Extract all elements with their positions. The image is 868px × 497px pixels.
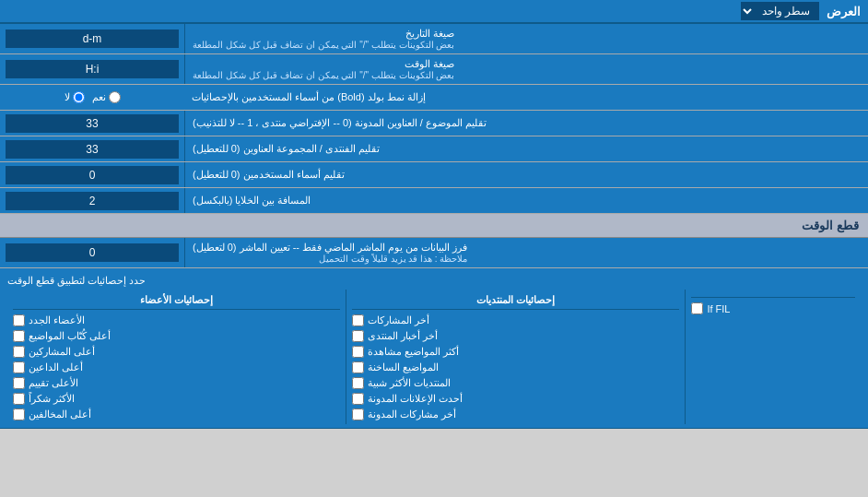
col2-item-5: أحدث الإعلانات المدونة — [352, 391, 679, 407]
username-order-input[interactable] — [6, 166, 179, 184]
col2-checkbox-2[interactable] — [352, 346, 364, 358]
forum-order-input[interactable] — [6, 140, 179, 159]
date-format-input[interactable] — [6, 30, 179, 48]
radio-no[interactable] — [73, 91, 85, 103]
col2-checkbox-1[interactable] — [352, 330, 364, 342]
col1-checkbox-4[interactable] — [13, 377, 25, 389]
col2-item-2: أكثر المواضيع مشاهدة — [352, 344, 679, 360]
col2-item-4: المنتديات الأكثر شبية — [352, 375, 679, 391]
col2-checkbox-4[interactable] — [352, 377, 364, 389]
col1-item-5: الأكثر شكراً — [13, 391, 340, 407]
username-order-row: تقليم أسماء المستخدمين (0 للتعطيل) — [0, 162, 868, 188]
checkbox-ifFIL: If FIL — [691, 301, 855, 316]
col2-checkbox-5[interactable] — [352, 393, 364, 405]
col1-item-1: أعلى كُتّاب المواضيع — [13, 328, 340, 344]
col2-checkbox-6[interactable] — [352, 408, 364, 420]
cutoff-label: فرز البيانات من يوم الماشر الماضي فقط --… — [184, 238, 868, 267]
date-format-input-container — [0, 24, 184, 53]
subject-order-label: تقليم الموضوع / العناوين المدونة (0 -- ا… — [184, 111, 868, 136]
radio-no-label[interactable]: لا — [65, 91, 85, 103]
stats-label: حدد إحصائيات لتطبيق قطع الوقت — [7, 272, 861, 290]
stats-grid: If FIL إحصائيات المنتديات أخر المشاركاتأ… — [7, 290, 861, 424]
col1-header: إحصائيات الأعضاء — [13, 291, 340, 310]
time-format-input[interactable] — [6, 60, 179, 78]
cutoff-input-container — [0, 238, 184, 267]
cutoff-row: فرز البيانات من يوم الماشر الماضي فقط --… — [0, 238, 868, 268]
stats-col-3: If FIL — [685, 290, 861, 424]
col1-checkbox-6[interactable] — [13, 408, 25, 420]
bold-remove-input: نعم لا — [0, 85, 184, 110]
spacing-input[interactable] — [6, 192, 179, 210]
forum-order-label: تقليم الفنتدى / المجموعة العناوين (0 للت… — [184, 136, 868, 161]
col2-item-1: أخر أخبار المنتدى — [352, 328, 679, 344]
col1-item-6: أعلى المخالفين — [13, 407, 340, 422]
bold-remove-label: إزالة نمط بولد (Bold) من أسماء المستخدمي… — [184, 85, 868, 110]
forum-order-input-container — [0, 136, 184, 161]
subject-order-row: تقليم الموضوع / العناوين المدونة (0 -- ا… — [0, 111, 868, 136]
col2-item-6: أخر مشاركات المدونة — [352, 407, 679, 422]
col1-item-4: الأعلى تقييم — [13, 375, 340, 391]
col2-item-3: المواضيع الساخنة — [352, 360, 679, 375]
cutoff-section-header: قطع الوقت — [0, 214, 868, 238]
col2-checkbox-0[interactable] — [352, 314, 364, 326]
bold-remove-row: إزالة نمط بولد (Bold) من أسماء المستخدمي… — [0, 85, 868, 111]
time-format-label: صيغة الوقت بعض التكوينات يتطلب "/" التي … — [184, 54, 868, 84]
radio-yes-label[interactable]: نعم — [92, 91, 121, 103]
username-order-label: تقليم أسماء المستخدمين (0 للتعطيل) — [184, 162, 868, 187]
forum-order-row: تقليم الفنتدى / المجموعة العناوين (0 للت… — [0, 136, 868, 162]
cutoff-input[interactable] — [6, 243, 179, 262]
radio-yes[interactable] — [109, 91, 121, 103]
col2-header: إحصائيات المنتديات — [352, 291, 679, 310]
header-label: العرض — [827, 5, 861, 18]
col1-item-2: أعلى المشاركين — [13, 344, 340, 360]
col1-checkbox-5[interactable] — [13, 393, 25, 405]
col1-checkbox-3[interactable] — [13, 361, 25, 373]
stats-col-1: إحصائيات الأعضاء الأعضاء الجددأعلى كُتّا… — [7, 290, 346, 424]
col1-item-3: أعلى الداعين — [13, 360, 340, 375]
header-row: العرض سطر واحدسطرينثلاثة أسطر — [0, 0, 868, 24]
username-order-input-container — [0, 162, 184, 187]
spacing-row: المسافة بين الخلايا (بالبكسل) — [0, 188, 868, 214]
spacing-input-container — [0, 188, 184, 213]
subject-order-input-container — [0, 111, 184, 136]
col1-checkbox-1[interactable] — [13, 330, 25, 342]
col3-header — [691, 291, 855, 298]
date-format-label: صيغة التاريخ بعض التكوينات يتطلب "/" الت… — [184, 24, 868, 53]
display-select[interactable]: سطر واحدسطرينثلاثة أسطر — [741, 2, 819, 20]
stats-section: حدد إحصائيات لتطبيق قطع الوقت If FIL إحص… — [0, 268, 868, 429]
time-format-row: صيغة الوقت بعض التكوينات يتطلب "/" التي … — [0, 54, 868, 85]
time-format-input-container — [0, 54, 184, 84]
col2-item-0: أخر المشاركات — [352, 313, 679, 328]
spacing-label: المسافة بين الخلايا (بالبكسل) — [184, 188, 868, 213]
checkbox-ifFIL-input[interactable] — [691, 302, 703, 314]
date-format-row: صيغة التاريخ بعض التكوينات يتطلب "/" الت… — [0, 24, 868, 54]
col2-checkbox-3[interactable] — [352, 361, 364, 373]
col1-checkbox-0[interactable] — [13, 314, 25, 326]
subject-order-input[interactable] — [6, 114, 179, 133]
stats-col-2: إحصائيات المنتديات أخر المشاركاتأخر أخبا… — [346, 290, 685, 424]
col1-item-0: الأعضاء الجدد — [13, 313, 340, 328]
col1-checkbox-2[interactable] — [13, 346, 25, 358]
